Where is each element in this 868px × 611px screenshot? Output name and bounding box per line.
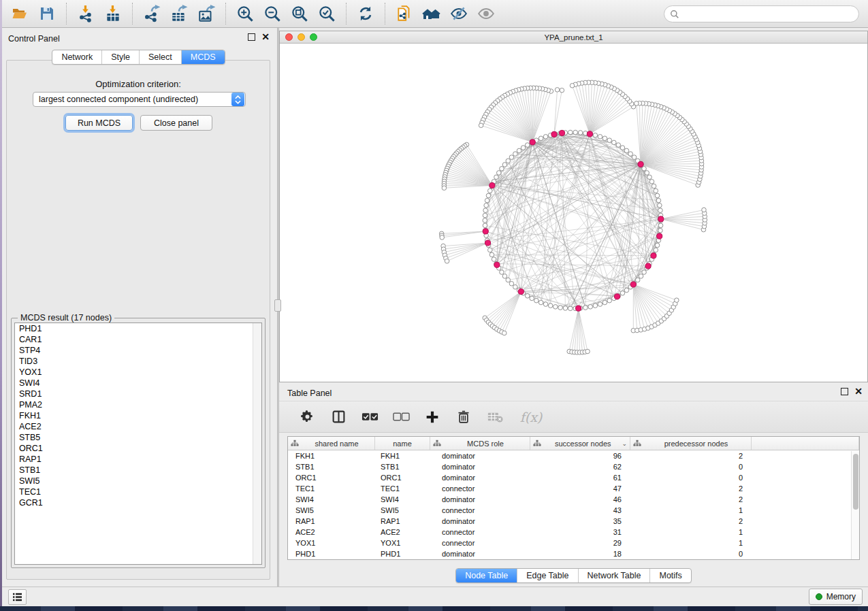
mcds-result-title: MCDS result (17 nodes) bbox=[18, 313, 114, 323]
table-cell: 61 bbox=[530, 472, 630, 483]
mcds-result-item[interactable]: YOX1 bbox=[15, 367, 261, 378]
window-zoom-icon[interactable] bbox=[310, 33, 317, 41]
new-network-from-selection-icon[interactable] bbox=[395, 3, 414, 24]
tab-edge-table[interactable]: Edge Table bbox=[517, 569, 577, 582]
zoom-in-icon[interactable] bbox=[236, 3, 255, 24]
hide-selected-icon[interactable] bbox=[449, 3, 468, 24]
deselect-all-icon[interactable] bbox=[391, 407, 411, 427]
toolbar-separator bbox=[346, 3, 347, 24]
column-header[interactable]: predecessor nodes bbox=[630, 437, 752, 450]
delete-column-trash-icon[interactable] bbox=[454, 407, 473, 427]
network-canvas[interactable] bbox=[280, 44, 867, 382]
import-table-icon[interactable] bbox=[103, 3, 123, 24]
select-all-icon[interactable] bbox=[360, 407, 379, 427]
refresh-icon[interactable] bbox=[356, 3, 375, 24]
table-row[interactable]: ACE2ACE2connector311 bbox=[288, 527, 859, 538]
workspace: YPA_prune.txt_1 Table Panel ✕ bbox=[279, 28, 868, 587]
table-cell: 35 bbox=[530, 516, 630, 527]
mcds-result-item[interactable]: SRD1 bbox=[15, 389, 261, 399]
close-panel-icon[interactable]: ✕ bbox=[261, 33, 270, 41]
table-row[interactable]: STB1STB1dominator620 bbox=[288, 461, 859, 472]
table-row[interactable]: SWI4SWI4dominator462 bbox=[288, 494, 859, 505]
table-row[interactable]: RAP1RAP1dominator352 bbox=[288, 516, 859, 527]
search-input[interactable] bbox=[683, 10, 853, 19]
table-scrollbar[interactable] bbox=[851, 451, 859, 559]
first-neighbors-icon[interactable] bbox=[422, 3, 441, 24]
table-cell: 2 bbox=[630, 494, 752, 505]
mcds-result-item[interactable]: GCR1 bbox=[15, 497, 261, 508]
zoom-fit-icon[interactable] bbox=[290, 3, 309, 24]
table-row[interactable]: PHD1PHD1dominator180 bbox=[288, 548, 859, 559]
mcds-result-item[interactable]: ORC1 bbox=[15, 443, 261, 454]
dropdown-value: largest connected component (undirected) bbox=[33, 95, 231, 104]
mcds-result-item[interactable]: STB1 bbox=[15, 465, 261, 476]
list-scrollbar[interactable] bbox=[253, 323, 261, 564]
column-header[interactable]: name bbox=[375, 437, 430, 450]
table-cell bbox=[752, 450, 859, 461]
close-panel-button[interactable]: Close panel bbox=[140, 115, 212, 131]
tab-select[interactable]: Select bbox=[139, 50, 181, 64]
splitter-handle[interactable] bbox=[274, 299, 281, 312]
table-cell: 29 bbox=[530, 538, 630, 548]
table-cell bbox=[752, 548, 859, 559]
table-cell: FKH1 bbox=[375, 450, 430, 461]
mcds-result-item[interactable]: STB5 bbox=[15, 432, 261, 443]
import-network-icon[interactable] bbox=[76, 3, 95, 24]
column-header[interactable]: MCDS role bbox=[430, 437, 530, 450]
window-minimize-icon[interactable] bbox=[298, 33, 305, 41]
tab-network-table[interactable]: Network Table bbox=[578, 569, 650, 582]
add-column-icon[interactable] bbox=[423, 407, 442, 427]
tab-motifs[interactable]: Motifs bbox=[649, 569, 690, 582]
export-table-icon[interactable] bbox=[170, 3, 189, 24]
float-panel-icon[interactable] bbox=[248, 33, 255, 41]
table-row[interactable]: YOX1YOX1connector291 bbox=[288, 538, 859, 548]
mcds-result-item[interactable]: SWI4 bbox=[15, 378, 261, 389]
zoom-out-icon[interactable] bbox=[263, 3, 282, 24]
function-builder-disabled[interactable]: f(x) bbox=[517, 407, 545, 427]
delete-table-icon-disabled[interactable] bbox=[485, 407, 504, 427]
show-panels-list-button[interactable] bbox=[8, 589, 27, 605]
mcds-result-item[interactable]: PHD1 bbox=[15, 323, 261, 334]
mcds-result-item[interactable]: SWI5 bbox=[15, 476, 261, 486]
table-cell: STB1 bbox=[288, 461, 375, 472]
mcds-result-item[interactable]: TID3 bbox=[15, 356, 261, 367]
mcds-result-item[interactable]: STP4 bbox=[15, 345, 261, 356]
mcds-result-item[interactable]: TEC1 bbox=[15, 486, 261, 497]
save-session-icon[interactable] bbox=[37, 3, 57, 24]
table-row[interactable]: TEC1TEC1connector472 bbox=[288, 483, 859, 494]
optimization-criterion-dropdown[interactable]: largest connected component (undirected) bbox=[33, 92, 246, 107]
column-header[interactable]: successor nodes⌄ bbox=[530, 437, 630, 450]
toolbar-separator bbox=[132, 3, 133, 24]
float-panel-icon[interactable] bbox=[841, 388, 848, 395]
tab-network[interactable]: Network bbox=[52, 50, 101, 64]
scrollbar-thumb[interactable] bbox=[853, 454, 858, 510]
export-image-icon[interactable] bbox=[197, 3, 216, 24]
mcds-result-list[interactable]: PHD1CAR1STP4TID3YOX1SWI4SRD1PMA2FKH1ACE2… bbox=[14, 323, 262, 565]
tab-node-table[interactable]: Node Table bbox=[456, 569, 517, 582]
memory-button[interactable]: Memory bbox=[809, 589, 863, 605]
tab-style[interactable]: Style bbox=[101, 50, 139, 64]
network-window-titlebar[interactable]: YPA_prune.txt_1 bbox=[280, 31, 867, 44]
zoom-selected-icon[interactable] bbox=[317, 3, 336, 24]
mcds-result-item[interactable]: PMA2 bbox=[15, 399, 261, 410]
network-canvas-container[interactable] bbox=[280, 44, 867, 382]
table-row[interactable]: SWI5SWI5connector431 bbox=[288, 505, 859, 516]
table-cell bbox=[752, 516, 859, 527]
table-row[interactable]: FKH1FKH1dominator962 bbox=[288, 450, 859, 461]
table-row[interactable]: ORC1ORC1dominator610 bbox=[288, 472, 859, 483]
close-panel-icon[interactable]: ✕ bbox=[854, 388, 863, 395]
column-header[interactable]: shared name bbox=[288, 437, 375, 450]
show-all-icon[interactable] bbox=[477, 3, 496, 24]
export-network-icon[interactable] bbox=[142, 3, 161, 24]
mcds-result-item[interactable]: ACE2 bbox=[15, 421, 261, 432]
mcds-result-item[interactable]: FKH1 bbox=[15, 410, 261, 421]
run-mcds-button[interactable]: Run MCDS bbox=[65, 115, 133, 131]
column-selector-icon[interactable] bbox=[329, 407, 348, 427]
mcds-result-item[interactable]: CAR1 bbox=[15, 334, 261, 345]
window-close-icon[interactable] bbox=[285, 33, 293, 41]
mcds-result-item[interactable]: RAP1 bbox=[15, 454, 261, 465]
table-cell: 1 bbox=[630, 505, 752, 516]
tab-mcds[interactable]: MCDS bbox=[181, 50, 225, 64]
table-settings-gear-icon[interactable] bbox=[298, 407, 317, 427]
open-session-icon[interactable] bbox=[10, 3, 29, 24]
